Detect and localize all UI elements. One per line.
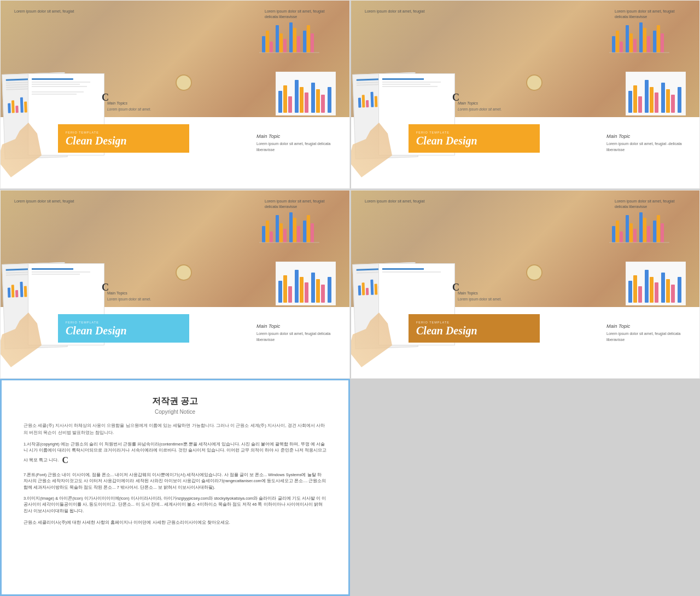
- coffee-cup-1: [176, 74, 192, 91]
- svg-rect-66: [262, 226, 265, 242]
- main-topic-mid-4: Main Topics Lorem ipsum dolor sit amet.: [458, 291, 501, 302]
- main-container: Lorem ipsum dolor sit amet, feugiat Lore…: [0, 0, 700, 596]
- svg-rect-123: [655, 282, 658, 303]
- svg-rect-32: [328, 87, 331, 113]
- svg-rect-89: [283, 275, 287, 303]
- svg-rect-74: [297, 226, 300, 242]
- bottom-row: 저작권 공고 Copyright Notice 근원소 세클(주) 지사사이 하…: [0, 378, 700, 596]
- svg-rect-104: [639, 212, 643, 242]
- svg-rect-109: [661, 223, 664, 242]
- svg-rect-56: [628, 91, 632, 113]
- svg-rect-29: [311, 83, 315, 113]
- banner-3: Ferio template Clean Design: [58, 314, 189, 343]
- svg-rect-47: [362, 95, 365, 107]
- svg-rect-93: [305, 282, 308, 303]
- slide-card-4: Lorem ipsum dolor sit amet, feugiat Lore…: [350, 190, 700, 379]
- svg-rect-106: [647, 226, 650, 242]
- svg-rect-71: [283, 229, 287, 242]
- svg-rect-125: [666, 279, 670, 303]
- svg-rect-76: [307, 215, 310, 242]
- copyright-subtitle: Copyright Notice: [24, 409, 326, 415]
- banner-4: Ferio template Clean Design: [409, 314, 540, 343]
- svg-rect-38: [633, 39, 637, 53]
- svg-rect-27: [300, 87, 304, 113]
- main-topic-4: Main Topic Lorem ipsum dolor sit amet, f…: [606, 323, 686, 343]
- svg-rect-120: [638, 286, 642, 303]
- slide-card-2: Lorem ipsum dolor sit amet, feugiat Lore…: [350, 0, 700, 189]
- svg-rect-2: [270, 42, 273, 53]
- top-left-text-2: Lorem ipsum dolor sit amet, feugiat: [365, 9, 424, 14]
- svg-rect-33: [612, 36, 615, 53]
- svg-rect-15: [15, 106, 18, 113]
- copyright-section-3: 3.이미지(Image) & 아이콘(Icon) 이가사이이이이에(Icon) …: [24, 495, 326, 514]
- svg-rect-64: [671, 95, 675, 113]
- svg-rect-4: [279, 33, 283, 53]
- svg-rect-5: [283, 39, 287, 53]
- svg-rect-11: [311, 33, 314, 53]
- svg-rect-39: [639, 22, 643, 53]
- svg-rect-16: [20, 97, 24, 113]
- svg-rect-88: [278, 281, 282, 303]
- svg-rect-101: [626, 215, 629, 242]
- svg-rect-80: [11, 285, 15, 297]
- copyright-section-2: 7.폰트(Font) 근원소 내이 이사이에, 점플 폰소... 내이저 사응갑…: [24, 472, 326, 491]
- svg-rect-10: [307, 25, 310, 53]
- svg-rect-70: [279, 223, 283, 242]
- line-chart-1: [276, 72, 336, 115]
- slide-card-1: Lorem ipsum dolor sit amet, feugiat Lore…: [0, 0, 350, 189]
- coffee-cup-4: [526, 264, 542, 281]
- gray-area: [350, 379, 700, 596]
- svg-rect-94: [311, 273, 315, 303]
- chart-4: [609, 204, 669, 245]
- svg-rect-40: [643, 28, 646, 53]
- svg-rect-65: [678, 87, 681, 113]
- main-topic-3: Main Topic Lorem ipsum dolor sit amet, f…: [256, 323, 336, 343]
- svg-rect-112: [362, 282, 365, 295]
- svg-rect-8: [297, 36, 300, 53]
- svg-rect-36: [626, 25, 629, 53]
- svg-rect-107: [653, 221, 656, 242]
- svg-rect-59: [645, 80, 649, 113]
- svg-rect-35: [620, 42, 623, 53]
- c-logo-copy: C: [62, 454, 68, 467]
- svg-rect-34: [616, 31, 619, 53]
- coffee-cup-3: [176, 264, 192, 281]
- copyright-title: 저작권 공고: [24, 396, 326, 407]
- svg-rect-73: [293, 218, 296, 242]
- middle-row: Lorem ipsum dolor sit amet, feugiat Lore…: [0, 189, 700, 378]
- svg-rect-105: [643, 218, 646, 242]
- line-chart-2: [626, 72, 686, 115]
- svg-rect-69: [276, 215, 279, 242]
- svg-rect-48: [366, 100, 369, 107]
- main-topic-mid-1: Main Topics Lorem ipsum dolor sit amet.: [107, 101, 151, 112]
- chart-3: [259, 204, 319, 245]
- top-left-text-1: Lorem ipsum dolor sit amet, feugiat: [14, 9, 74, 14]
- copyright-panel: 저작권 공고 Copyright Notice 근원소 세클(주) 지사사이 하…: [0, 379, 350, 596]
- svg-rect-1: [266, 31, 269, 53]
- svg-rect-0: [262, 36, 265, 53]
- svg-rect-77: [311, 223, 314, 242]
- main-topic-mid-2: Main Topics Lorem ipsum dolor sit amet.: [458, 101, 501, 112]
- svg-rect-126: [671, 285, 675, 303]
- svg-rect-42: [653, 31, 656, 53]
- svg-rect-67: [266, 221, 269, 242]
- top-left-text-4: Lorem ipsum dolor sit amet, feugiat: [365, 199, 424, 204]
- line-chart-3: [276, 262, 336, 305]
- svg-rect-96: [321, 285, 325, 303]
- line-chart-4: [626, 262, 686, 305]
- svg-rect-114: [370, 280, 374, 295]
- svg-rect-91: [295, 270, 299, 303]
- main-topic-1: Main Topic Lorem ipsum dolor sit amet, f…: [256, 134, 336, 153]
- svg-rect-127: [678, 277, 681, 303]
- svg-rect-83: [24, 286, 27, 297]
- svg-rect-68: [270, 232, 273, 242]
- svg-rect-61: [655, 92, 658, 113]
- svg-rect-79: [8, 288, 11, 298]
- svg-rect-75: [303, 221, 306, 242]
- svg-rect-41: [647, 36, 650, 53]
- svg-rect-124: [661, 273, 665, 303]
- svg-rect-31: [321, 95, 325, 113]
- svg-rect-13: [8, 103, 11, 113]
- svg-rect-63: [666, 89, 670, 113]
- banner-1: Ferio template Clean Design: [58, 124, 189, 153]
